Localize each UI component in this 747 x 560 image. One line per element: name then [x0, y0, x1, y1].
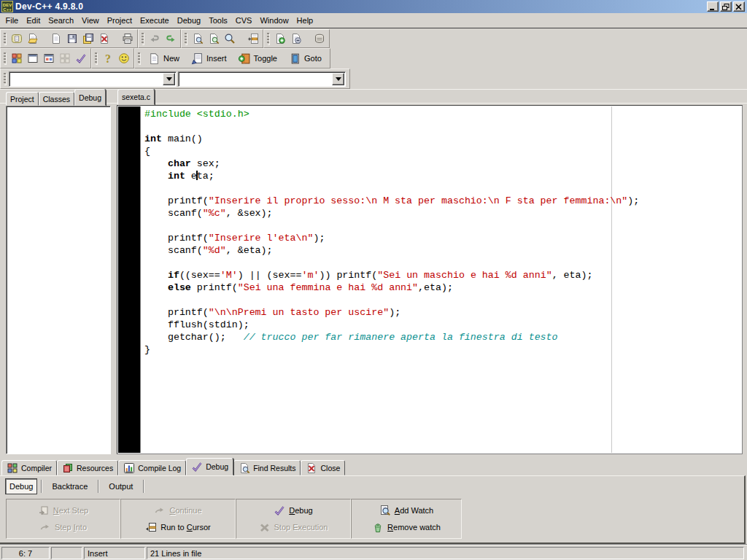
- report-tab-compiler[interactable]: Compiler: [1, 460, 57, 475]
- run-to-cursor-icon: [145, 521, 157, 533]
- remove-watch-button[interactable]: Remove watch: [372, 520, 441, 534]
- titlebar[interactable]: DEVC++ Dev-C++ 4.9.8.0: [0, 0, 747, 13]
- toolbar-grip[interactable]: [95, 52, 97, 64]
- help-icon: ?: [102, 52, 114, 64]
- close-file-button[interactable]: [96, 31, 112, 47]
- goto-bookmark-icon: [289, 52, 301, 65]
- continue-button[interactable]: Continue: [154, 503, 201, 518]
- close-button[interactable]: [733, 1, 745, 12]
- menu-view[interactable]: View: [78, 14, 104, 27]
- debug-subtab-backtrace[interactable]: Backtrace: [45, 478, 94, 494]
- find-button[interactable]: [190, 31, 206, 47]
- toolbar-grip[interactable]: [185, 33, 187, 44]
- debug-group: Add WatchRemove watch: [351, 499, 462, 539]
- about-button[interactable]: [116, 50, 132, 66]
- save-all-button[interactable]: [80, 31, 96, 47]
- toolbar-grip[interactable]: [142, 33, 144, 44]
- toggle-bookmark-icon: [239, 52, 251, 65]
- goto-line-button[interactable]: [245, 31, 261, 47]
- undo-button[interactable]: [147, 31, 163, 47]
- report-tab-close[interactable]: Close: [301, 460, 345, 475]
- print-button[interactable]: [120, 31, 136, 47]
- toolbar-grip[interactable]: [4, 73, 6, 85]
- new-page-icon: [148, 52, 160, 65]
- new-button[interactable]: New: [144, 50, 185, 67]
- tab-classes[interactable]: Classes: [39, 92, 74, 106]
- syntax-check-icon: [75, 52, 87, 64]
- replace-icon: [208, 33, 220, 44]
- restore-button[interactable]: [720, 1, 732, 12]
- code-line: int main(): [144, 133, 639, 145]
- toggle-button[interactable]: Toggle: [235, 50, 282, 67]
- tab-sexeta-c[interactable]: sexeta.c: [117, 89, 155, 105]
- replace-button[interactable]: [206, 31, 222, 47]
- menu-debug[interactable]: Debug: [173, 14, 204, 27]
- goto-button[interactable]: Goto: [285, 50, 327, 67]
- menu-execute[interactable]: Execute: [136, 14, 173, 27]
- debug-button[interactable]: Debug: [274, 503, 312, 518]
- code-editor[interactable]: #include <stdio.h> int main(){ char sex;…: [117, 105, 743, 454]
- save-button[interactable]: [64, 31, 80, 47]
- add-breakpoint-button[interactable]: [272, 31, 288, 47]
- run-to-cursor-button[interactable]: Run to Cursor: [145, 520, 210, 534]
- save-icon: [66, 33, 78, 44]
- compile-run-button[interactable]: [41, 50, 57, 66]
- debug-watch-panel[interactable]: [6, 106, 111, 454]
- report-tab-debug[interactable]: Debug: [186, 458, 233, 475]
- new-project-button[interactable]: [9, 31, 25, 47]
- code-line: [144, 120, 639, 133]
- remove-watch-icon: [372, 521, 384, 533]
- stop-execution-button[interactable]: Stop Execution: [259, 520, 328, 534]
- compiler-combo-value: [9, 72, 162, 86]
- compiler-combo-dropdown[interactable]: [163, 73, 175, 85]
- find-icon: [192, 33, 204, 44]
- redo-button[interactable]: [163, 31, 179, 47]
- class-combo-dropdown[interactable]: [332, 73, 344, 85]
- svg-text:C++: C++: [3, 7, 12, 12]
- menu-edit[interactable]: Edit: [23, 14, 44, 27]
- new-button-label: New: [163, 54, 179, 63]
- rebuild-all-button[interactable]: [57, 50, 73, 66]
- new-file-button[interactable]: [48, 31, 64, 47]
- open-button[interactable]: [25, 31, 41, 47]
- menu-help[interactable]: Help: [293, 14, 317, 27]
- report-tab-find-results[interactable]: Find Results: [233, 460, 301, 475]
- pagecontrol-bevel: [0, 103, 747, 104]
- menu-cvs[interactable]: CVS: [231, 14, 256, 27]
- syntax-check-button[interactable]: [73, 50, 89, 66]
- tab-debug[interactable]: Debug: [74, 89, 106, 106]
- find-in-files-button[interactable]: [222, 31, 238, 47]
- toolbar-grip[interactable]: [4, 52, 6, 64]
- toolbar-grip[interactable]: [4, 33, 6, 44]
- menu-window[interactable]: Window: [256, 14, 293, 27]
- menu-tools[interactable]: Tools: [205, 14, 232, 27]
- remove-breakpoint-button[interactable]: [288, 31, 304, 47]
- toolbar-grip[interactable]: [138, 52, 140, 64]
- tab-project[interactable]: Project: [6, 92, 39, 106]
- toolbar-combos: [0, 69, 747, 89]
- report-tab-compile-log[interactable]: Compile Log: [118, 460, 186, 475]
- compiler-combo[interactable]: [9, 71, 177, 87]
- profile-button[interactable]: [311, 31, 328, 47]
- debug-subtab-output[interactable]: Output: [102, 478, 139, 494]
- statusbar: 6: 7Insert21 Lines in file: [0, 544, 747, 560]
- add-watch-button[interactable]: Add Watch: [379, 503, 433, 518]
- report-tab-resources[interactable]: Resources: [57, 460, 118, 475]
- compile-button[interactable]: [9, 50, 25, 66]
- code-line: printf("Inserire il proprio sesso:\n M s…: [144, 195, 639, 207]
- tab-label: Compiler: [21, 464, 52, 472]
- next-step-button[interactable]: Next Step: [38, 503, 88, 518]
- debug-subtab-debug[interactable]: Debug: [5, 478, 37, 494]
- app-icon: DEVC++: [1, 1, 13, 12]
- menu-project[interactable]: Project: [103, 14, 136, 27]
- insert-button[interactable]: Insert: [187, 50, 232, 67]
- step-into-button[interactable]: Step Into: [39, 520, 87, 534]
- menu-file[interactable]: File: [1, 14, 23, 27]
- run-button[interactable]: [25, 50, 41, 66]
- help-button[interactable]: ?: [100, 50, 116, 66]
- menu-search[interactable]: Search: [44, 14, 78, 27]
- class-combo[interactable]: [178, 71, 346, 87]
- minimize-button[interactable]: [707, 1, 719, 12]
- code-text[interactable]: #include <stdio.h> int main(){ char sex;…: [144, 108, 639, 356]
- toolbar-grip[interactable]: [267, 33, 269, 44]
